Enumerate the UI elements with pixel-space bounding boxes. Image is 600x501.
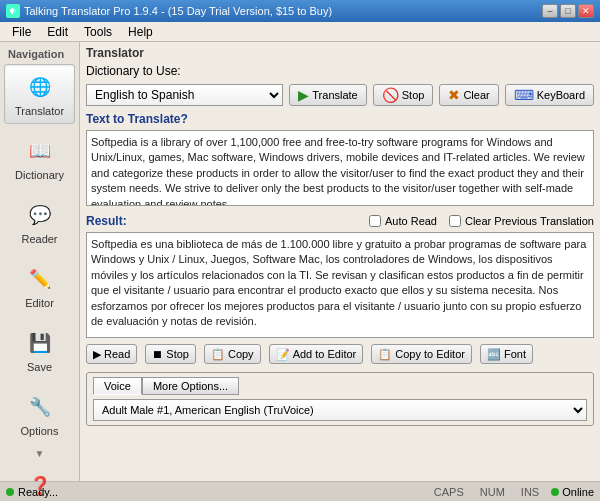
sidebar: Navigation 🌐 Translator 📖 Dictionary 💬 R… — [0, 42, 80, 481]
sidebar-item-label-reader: Reader — [21, 233, 57, 245]
sidebar-scroll-down[interactable]: ▼ — [0, 446, 79, 461]
font-label: Font — [504, 348, 526, 360]
save-icon: 💾 — [24, 327, 56, 359]
status-num: NUM — [476, 485, 509, 499]
clear-icon: ✖ — [448, 87, 460, 103]
stop-bottom-icon: ⏹ — [152, 348, 163, 360]
close-button[interactable]: ✕ — [578, 4, 594, 18]
add-editor-icon: 📝 — [276, 348, 290, 361]
translator-icon: 🌐 — [24, 71, 56, 103]
bottom-actions: ▶ Read ⏹ Stop 📋 Copy 📝 Add to Editor 📋 C… — [86, 344, 594, 364]
result-row: Result: Auto Read Clear Previous Transla… — [86, 214, 594, 228]
copy-button[interactable]: 📋 Copy — [204, 344, 261, 364]
window-title: Talking Translator Pro 1.9.4 - (15 Day T… — [24, 5, 332, 17]
keyboard-icon: ⌨ — [514, 87, 534, 103]
sidebar-item-label-translator: Translator — [15, 105, 64, 117]
maximize-button[interactable]: □ — [560, 4, 576, 18]
status-ins: INS — [517, 485, 543, 499]
options-icon: 🔧 — [24, 391, 56, 423]
translate-textarea[interactable] — [86, 130, 594, 206]
status-ready: Ready... — [18, 486, 58, 498]
dictionary-row: Dictionary to Use: — [86, 64, 594, 78]
sidebar-item-save[interactable]: 💾 Save — [4, 320, 75, 380]
copy-label: Copy — [228, 348, 254, 360]
translate-label: Translate — [312, 89, 357, 101]
stop-bottom-button[interactable]: ⏹ Stop — [145, 344, 196, 364]
dictionary-icon: 📖 — [24, 135, 56, 167]
dictionary-select[interactable]: English to Spanish English to French Eng… — [86, 84, 283, 106]
sidebar-item-dictionary[interactable]: 📖 Dictionary — [4, 128, 75, 188]
result-label: Result: — [86, 214, 127, 228]
font-button[interactable]: 🔤 Font — [480, 344, 533, 364]
sidebar-item-label-dictionary: Dictionary — [15, 169, 64, 181]
app-icon: 🗣 — [6, 4, 20, 18]
copy-icon: 📋 — [211, 348, 225, 361]
clear-label: Clear — [463, 89, 489, 101]
auto-read-checkbox[interactable] — [369, 215, 381, 227]
content-title: Translator — [86, 46, 594, 60]
stop-bottom-label: Stop — [166, 348, 189, 360]
sidebar-item-reader[interactable]: 💬 Reader — [4, 192, 75, 252]
translate-section-label: Text to Translate? — [86, 112, 594, 126]
voice-tabs: Voice More Options... — [93, 377, 587, 395]
menu-help[interactable]: Help — [120, 23, 161, 41]
sidebar-item-editor[interactable]: ✏️ Editor — [4, 256, 75, 316]
add-editor-label: Add to Editor — [293, 348, 357, 360]
voice-select[interactable]: Adult Male #1, American English (TruVoic… — [93, 399, 587, 421]
status-online-label: Online — [562, 486, 594, 498]
voice-tab-more[interactable]: More Options... — [142, 377, 239, 395]
keyboard-button[interactable]: ⌨ KeyBoard — [505, 84, 594, 106]
menu-bar: File Edit Tools Help — [0, 22, 600, 42]
dict-label: Dictionary to Use: — [86, 64, 181, 78]
reader-icon: 💬 — [24, 199, 56, 231]
status-online-indicator: Online — [551, 485, 594, 499]
stop-icon: 🚫 — [382, 87, 399, 103]
title-bar: 🗣 Talking Translator Pro 1.9.4 - (15 Day… — [0, 0, 600, 22]
stop-button[interactable]: 🚫 Stop — [373, 84, 434, 106]
clear-prev-label[interactable]: Clear Previous Translation — [449, 215, 594, 227]
menu-tools[interactable]: Tools — [76, 23, 120, 41]
copy-to-editor-button[interactable]: 📋 Copy to Editor — [371, 344, 472, 364]
menu-file[interactable]: File — [4, 23, 39, 41]
minimize-button[interactable]: – — [542, 4, 558, 18]
menu-edit[interactable]: Edit — [39, 23, 76, 41]
read-button[interactable]: ▶ Read — [86, 344, 137, 364]
auto-read-label[interactable]: Auto Read — [369, 215, 437, 227]
sidebar-label: Navigation — [0, 46, 79, 62]
status-caps: CAPS — [430, 485, 468, 499]
translate-icon: ▶ — [298, 87, 309, 103]
result-textarea[interactable] — [86, 232, 594, 338]
sidebar-item-label-editor: Editor — [25, 297, 54, 309]
keyboard-label: KeyBoard — [537, 89, 585, 101]
dict-controls-row: English to Spanish English to French Eng… — [86, 84, 594, 106]
sidebar-item-options[interactable]: 🔧 Options — [4, 384, 75, 444]
sidebar-item-translator[interactable]: 🌐 Translator — [4, 64, 75, 124]
voice-tab-voice[interactable]: Voice — [93, 377, 142, 395]
clear-button[interactable]: ✖ Clear — [439, 84, 498, 106]
font-icon: 🔤 — [487, 348, 501, 361]
copy-editor-icon: 📋 — [378, 348, 392, 361]
content-area: Translator Dictionary to Use: English to… — [80, 42, 600, 481]
stop-label: Stop — [402, 89, 425, 101]
sidebar-item-label-options: Options — [21, 425, 59, 437]
status-indicator — [6, 488, 14, 496]
voice-section: Voice More Options... Adult Male #1, Ame… — [86, 372, 594, 426]
copy-editor-label: Copy to Editor — [395, 348, 465, 360]
add-to-editor-button[interactable]: 📝 Add to Editor — [269, 344, 364, 364]
read-label: Read — [104, 348, 130, 360]
translate-button[interactable]: ▶ Translate — [289, 84, 366, 106]
status-bar: Ready... CAPS NUM INS Online — [0, 481, 600, 501]
read-icon: ▶ — [93, 348, 101, 361]
clear-prev-checkbox[interactable] — [449, 215, 461, 227]
online-dot-icon — [551, 488, 559, 496]
sidebar-item-label-save: Save — [27, 361, 52, 373]
editor-icon: ✏️ — [24, 263, 56, 295]
